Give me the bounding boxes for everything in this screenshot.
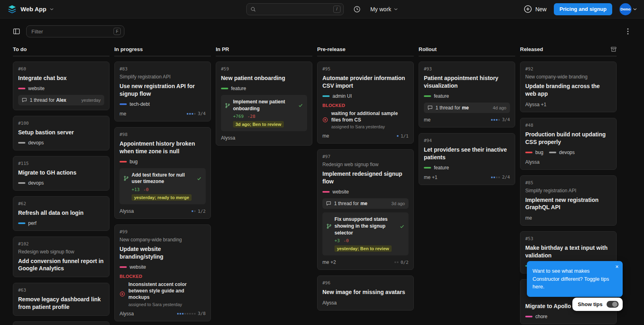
board-column-rollout: Rollout#93Patient appointment history vi…	[419, 46, 515, 185]
show-tips-button[interactable]: Show tips	[572, 298, 623, 311]
my-work-menu[interactable]: My work	[370, 6, 398, 12]
kanban-card[interactable]: #83Simplify registration APIUse new regi…	[114, 62, 211, 121]
filter-box[interactable]: F	[26, 25, 124, 37]
tag-row: admin UI	[322, 93, 409, 99]
kanban-card[interactable]: #63Remove legacy dashboard link from pat…	[13, 283, 109, 316]
pricing-signup-button[interactable]: Pricing and signup	[554, 3, 612, 15]
assignee: Alyssa	[322, 300, 336, 306]
tag: perf	[18, 220, 37, 226]
progress-dot	[493, 177, 495, 178]
thread-row[interactable]: 1 thread forAlexyesterday	[18, 95, 104, 105]
kanban-card[interactable]	[13, 321, 109, 325]
progress-indicator: 2/4	[491, 175, 510, 180]
pr-additions: +769	[233, 114, 244, 119]
kanban-card[interactable]: #59New patient onboardingfeatureImplemen…	[216, 62, 312, 146]
kanban-card[interactable]: #48Production build not updating CSS pro…	[520, 118, 617, 170]
tag: feature	[221, 86, 246, 91]
card-parent-title: New company-wide branding	[120, 237, 206, 243]
tag-label: tech-debt	[130, 101, 150, 107]
pr-card[interactable]: Implement new patient onboarding+769-283…	[221, 95, 307, 132]
kanban-card[interactable]: #94Let providers see their inactive pati…	[419, 133, 515, 185]
progress-dot	[189, 113, 191, 115]
search-box[interactable]: /	[246, 3, 344, 15]
kanban-card[interactable]: #102Redesign web signup flowAdd conversi…	[13, 237, 109, 278]
archive-icon[interactable]	[611, 46, 617, 52]
kanban-card[interactable]: #100Setup bastion serverdevops	[13, 116, 109, 150]
card-title: Production build not updating CSS proper…	[525, 131, 611, 146]
clock-icon[interactable]	[353, 6, 361, 13]
card-title: Let providers see their inactive patient…	[424, 146, 510, 161]
kanban-card[interactable]: #97Redesign web signup flowImplement red…	[317, 149, 414, 270]
progress-indicator: 3/8	[177, 311, 206, 316]
progress-label: 0/2	[400, 260, 409, 265]
card-id: #62	[18, 201, 104, 206]
kebab-menu-icon[interactable]	[625, 27, 631, 36]
tag: website	[120, 264, 146, 270]
progress-dot	[192, 210, 193, 212]
column-header: To do	[13, 46, 109, 56]
thread-row[interactable]: 1 thread forme3d ago	[322, 198, 409, 209]
card-parent-title: New company-wide branding	[525, 74, 611, 80]
thread-row[interactable]: 1 thread forme4d ago	[424, 103, 510, 113]
tag-row: bugdevops	[525, 150, 611, 155]
progress-dot	[187, 113, 188, 115]
kanban-card[interactable]: #95Automate provider information CSV imp…	[317, 62, 414, 144]
assignee: me	[322, 133, 329, 139]
progress-dot	[394, 261, 396, 263]
progress-indicator: 1/1	[397, 134, 409, 139]
card-title: Use new registration API for signup flow	[120, 82, 206, 98]
tag-row: website	[322, 189, 409, 195]
kanban-card[interactable]: #92New company-wide brandingUpdate brand…	[520, 62, 617, 112]
column-header: In PR	[216, 46, 312, 56]
tag-label: devops	[28, 140, 44, 146]
kanban-card[interactable]: #93Patient appointment history visualiza…	[419, 62, 515, 128]
progress-label: 1/2	[198, 209, 206, 214]
search-input[interactable]	[259, 6, 330, 12]
pr-card[interactable]: Add test fixture for null user timezone+…	[120, 168, 206, 205]
column-header: Rollout	[419, 46, 515, 56]
tag: feature	[424, 93, 449, 99]
pr-diff: +13-0	[132, 187, 202, 192]
pr-card[interactable]: Fix unsupported states showing in the si…	[322, 212, 409, 255]
tag-row: website	[18, 86, 104, 91]
filter-input[interactable]	[31, 29, 111, 35]
kanban-card[interactable]: #115Migrate to GH actionsdevops	[13, 156, 109, 191]
card-footer: me +12/4	[424, 175, 510, 180]
kanban-card[interactable]: #62Refresh all data on loginperf	[13, 196, 109, 231]
column-cards: #93Patient appointment history visualiza…	[419, 62, 515, 185]
thread-text: 1 thread for	[436, 105, 460, 111]
kanban-card[interactable]: #60Integrate chat boxwebsite1 thread for…	[13, 62, 109, 110]
column-title: Released	[520, 46, 543, 52]
kanban-card[interactable]: #96New image for missing avatarsAlyssa	[317, 276, 414, 311]
progress-dots	[394, 261, 398, 263]
tag-color-dash	[525, 316, 533, 317]
tag-color-dash	[221, 88, 228, 89]
assignee: me +1	[424, 175, 438, 180]
card-id: #100	[18, 121, 104, 126]
tag-label: feature	[231, 86, 246, 91]
plus-circle-icon	[524, 5, 532, 13]
card-title: Update website branding/styling	[120, 245, 206, 261]
tag-color-dash	[18, 222, 25, 224]
kanban-card[interactable]: #99New company-wide brandingUpdate websi…	[114, 224, 211, 321]
blocked-icon	[120, 282, 125, 307]
tag-label: devops	[559, 150, 575, 155]
card-id: #48	[525, 123, 611, 128]
thread-user: me	[462, 105, 469, 111]
tag-color-dash	[120, 161, 127, 162]
progress-dot	[397, 261, 398, 263]
progress-dot	[397, 135, 398, 137]
new-button[interactable]: New	[524, 5, 547, 13]
show-tips-toggle[interactable]	[607, 301, 619, 308]
kanban-card[interactable]: #85Simplify registration APIImplement ne…	[520, 175, 617, 226]
card-footer: Alyssa +1	[525, 102, 611, 107]
thread-time: 4d ago	[493, 105, 506, 110]
app-switcher[interactable]: Web App	[21, 6, 54, 12]
chevron-down-icon	[394, 8, 398, 10]
card-id: #97	[322, 154, 409, 159]
close-icon[interactable]: ×	[615, 263, 619, 271]
tag-row: feature	[424, 165, 510, 171]
panel-toggle-icon[interactable]	[13, 28, 20, 35]
user-menu[interactable]: Demo	[619, 3, 637, 15]
kanban-card[interactable]: #98Appointment history broken when time …	[114, 127, 211, 219]
